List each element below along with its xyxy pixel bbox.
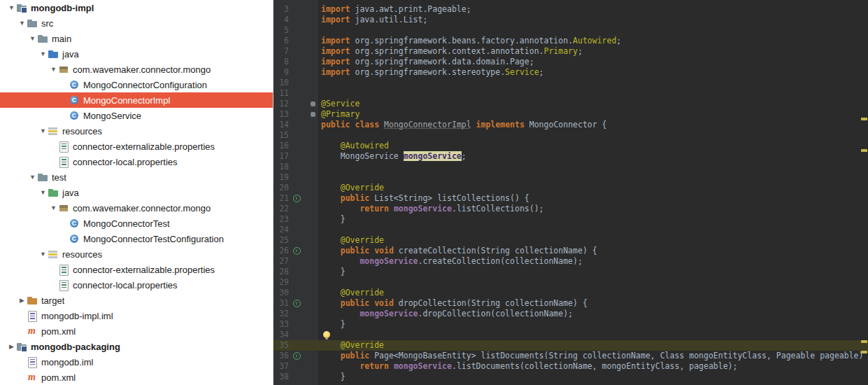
line-number[interactable]: 37 — [273, 361, 291, 372]
chevron-down-icon[interactable]: ▼ — [38, 189, 48, 196]
tree-item-resources[interactable]: ▼resources — [0, 246, 273, 262]
code-line-28[interactable]: 28 } — [273, 267, 868, 277]
tree-item-mongodb-packaging[interactable]: ▶mongodb-packaging — [0, 339, 273, 354]
override-method-icon[interactable]: ↑ — [293, 300, 301, 307]
code-line-20[interactable]: 20 @Override — [273, 183, 868, 193]
line-number[interactable]: 22 — [273, 204, 291, 214]
code-line-13[interactable]: 13@Primary — [273, 109, 868, 120]
line-number[interactable]: 14 — [273, 120, 291, 130]
error-stripe[interactable] — [860, 0, 868, 385]
line-number[interactable]: 8 — [273, 57, 291, 67]
tree-item-java[interactable]: ▼java — [0, 185, 273, 200]
warning-stripe-mark[interactable] — [861, 149, 867, 152]
tree-item-java[interactable]: ▼java — [0, 46, 273, 62]
code-line-8[interactable]: 8import org.springframework.data.domain.… — [273, 57, 868, 67]
code-line-4[interactable]: 4import java.util.List; — [273, 15, 868, 25]
tree-item-resources[interactable]: ▼resources — [0, 123, 273, 139]
line-number[interactable]: 9 — [273, 67, 291, 78]
tree-item-mongoconnectorimpl[interactable]: CMongoConnectorImpl — [0, 92, 273, 108]
chevron-down-icon[interactable]: ▼ — [38, 251, 48, 258]
code-line-17[interactable]: 17 MongoService mongoService; — [273, 151, 868, 162]
line-number[interactable]: 13 — [273, 109, 291, 120]
tree-item-com-wavemaker-connector-mongo[interactable]: ▼com.wavemaker.connector.mongo — [0, 62, 273, 77]
code-line-25[interactable]: 25 @Override — [273, 235, 868, 246]
code-line-38[interactable]: 38 } — [273, 372, 868, 382]
code-line-21[interactable]: 21↑ public List<String> listCollections(… — [273, 193, 868, 204]
tree-item-test[interactable]: ▼test — [0, 169, 273, 185]
chevron-down-icon[interactable]: ▼ — [17, 20, 27, 27]
tree-item-connector-externalizable-properties[interactable]: connector-externalizable.properties — [0, 262, 273, 277]
line-number[interactable]: 33 — [273, 319, 291, 330]
warning-stripe-mark[interactable] — [861, 351, 867, 354]
tree-item-target[interactable]: ▶target — [0, 293, 273, 308]
line-number[interactable]: 10 — [273, 78, 291, 88]
tree-item-connector-externalizable-properties[interactable]: connector-externalizable.properties — [0, 139, 273, 154]
chevron-right-icon[interactable]: ▶ — [17, 297, 27, 304]
code-line-16[interactable]: 16 @Autowired — [273, 141, 868, 151]
code-line-15[interactable]: 15 — [273, 130, 868, 141]
code-line-23[interactable]: 23 } — [273, 214, 868, 225]
code-line-31[interactable]: 31↑ public void dropCollection(String co… — [273, 298, 868, 309]
line-number[interactable]: 12 — [273, 99, 291, 109]
code-line-10[interactable]: 10 — [273, 78, 868, 88]
warning-stripe-mark[interactable] — [861, 118, 867, 120]
tree-item-main[interactable]: ▼main — [0, 31, 273, 46]
tree-item-connector-local-properties[interactable]: connector-local.properties — [0, 277, 273, 293]
override-method-icon[interactable]: ↑ — [293, 195, 301, 202]
tree-item-mongoconnectorconfiguration[interactable]: CMongoConnectorConfiguration — [0, 77, 273, 92]
line-number[interactable]: 34 — [273, 330, 291, 340]
code-line-11[interactable]: 11 — [273, 88, 868, 99]
code-line-19[interactable]: 19 — [273, 172, 868, 183]
line-number[interactable]: 21 — [273, 193, 291, 204]
line-number[interactable]: 19 — [273, 172, 291, 183]
line-number[interactable]: 5 — [273, 25, 291, 36]
code-line-22[interactable]: 22 return mongoService.listCollections()… — [273, 204, 868, 214]
override-method-icon[interactable]: ↑ — [293, 247, 301, 255]
code-line-6[interactable]: 6import org.springframework.beans.factor… — [273, 36, 868, 46]
line-number[interactable]: 31 — [273, 298, 291, 309]
code-area[interactable]: 3import java.awt.print.Pageable;4import … — [273, 0, 868, 382]
code-line-7[interactable]: 7import org.springframework.context.anno… — [273, 46, 868, 57]
spring-bean-icon[interactable] — [311, 112, 315, 117]
line-number[interactable]: 32 — [273, 309, 291, 319]
code-line-32[interactable]: 32 mongoService.dropCollection(collectio… — [273, 309, 868, 319]
code-line-3[interactable]: 3import java.awt.print.Pageable; — [273, 4, 868, 15]
line-number[interactable]: 24 — [273, 225, 291, 235]
line-number[interactable]: 35 — [273, 340, 291, 351]
line-number[interactable]: 28 — [273, 267, 291, 277]
tree-item-src[interactable]: ▼src — [0, 15, 273, 31]
intention-bulb-icon[interactable] — [323, 331, 330, 338]
chevron-down-icon[interactable]: ▼ — [49, 66, 58, 73]
tree-item-mongodb-impl[interactable]: ▼mongodb-impl — [0, 0, 273, 15]
warning-stripe-mark[interactable] — [861, 340, 867, 343]
chevron-down-icon[interactable]: ▼ — [7, 4, 16, 11]
chevron-down-icon[interactable]: ▼ — [38, 50, 48, 57]
code-line-36[interactable]: 36↑ public Page<MongoBaseEntity> listDoc… — [273, 351, 868, 361]
line-number[interactable]: 7 — [273, 46, 291, 57]
tree-item-mongodb-impl-iml[interactable]: mongodb-impl.iml — [0, 308, 273, 323]
line-number[interactable]: 29 — [273, 277, 291, 288]
code-line-9[interactable]: 9import org.springframework.stereotype.S… — [273, 67, 868, 78]
tree-item-connector-local-properties[interactable]: connector-local.properties — [0, 154, 273, 169]
line-number[interactable]: 36 — [273, 351, 291, 361]
editor-pane[interactable]: 3import java.awt.print.Pageable;4import … — [273, 0, 868, 385]
line-number[interactable]: 15 — [273, 130, 291, 141]
code-line-30[interactable]: 30 @Override — [273, 288, 868, 298]
code-line-29[interactable]: 29 — [273, 277, 868, 288]
line-number[interactable]: 6 — [273, 36, 291, 46]
line-number[interactable]: 23 — [273, 214, 291, 225]
tree-item-mongoservice[interactable]: CMongoService — [0, 108, 273, 123]
line-number[interactable]: 20 — [273, 183, 291, 193]
tree-item-com-wavemaker-connector-mongo[interactable]: ▼com.wavemaker.connector.mongo — [0, 200, 273, 216]
code-line-14[interactable]: 14public class MongoConnectorImpl implem… — [273, 120, 868, 130]
chevron-down-icon[interactable]: ▼ — [38, 127, 48, 134]
spring-bean-icon[interactable] — [311, 102, 315, 106]
code-line-18[interactable]: 18 — [273, 162, 868, 172]
chevron-down-icon[interactable]: ▼ — [28, 35, 37, 42]
line-number[interactable]: 4 — [273, 15, 291, 25]
code-line-12[interactable]: 12@Service — [273, 99, 868, 109]
code-line-26[interactable]: 26↑ public void createCollection(String … — [273, 246, 868, 256]
override-method-icon[interactable]: ↑ — [293, 352, 301, 360]
line-number[interactable]: 30 — [273, 288, 291, 298]
code-line-27[interactable]: 27 mongoService.createCollection(collect… — [273, 256, 868, 267]
